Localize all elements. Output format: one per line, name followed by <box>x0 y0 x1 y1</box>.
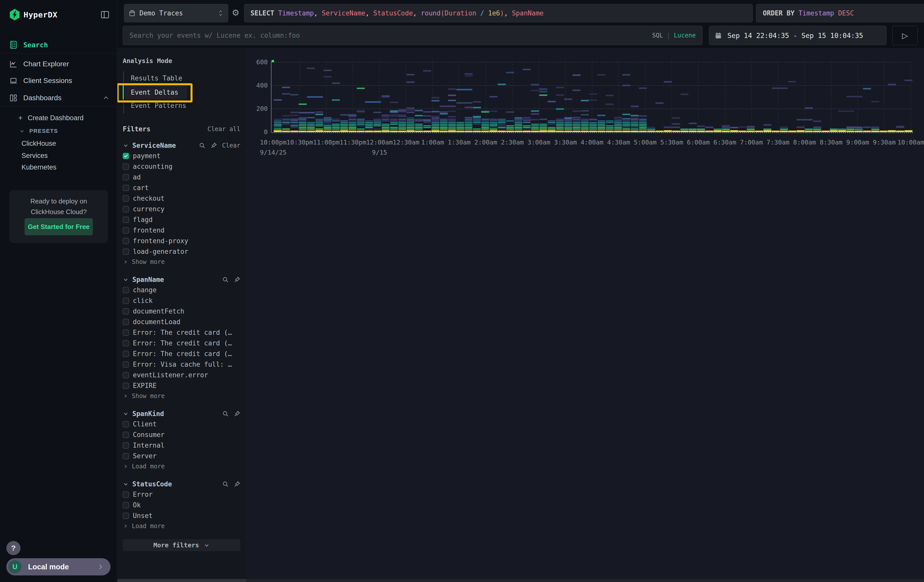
more-filters-button[interactable]: More filters <box>123 539 240 551</box>
filter-option-error-the-credit-card-[interactable]: Error: The credit card (… <box>123 338 240 348</box>
filter-option-frontend[interactable]: frontend <box>123 225 240 236</box>
horizontal-scrollbar[interactable] <box>117 579 924 582</box>
checkbox[interactable] <box>123 287 129 293</box>
filter-option-flagd[interactable]: flagd <box>123 214 240 225</box>
checkbox[interactable] <box>123 340 129 346</box>
filter-option-currency[interactable]: currency <box>123 204 240 214</box>
checkbox[interactable] <box>123 372 129 378</box>
sidebar-item-clickhouse[interactable]: ClickHouse <box>0 137 117 150</box>
checkbox[interactable] <box>123 308 129 315</box>
section-pin-icon[interactable] <box>234 481 240 487</box>
section-pin-icon[interactable] <box>234 411 240 417</box>
chevron-down-icon[interactable] <box>123 481 129 487</box>
show-more-button[interactable]: Show more <box>123 257 240 267</box>
checkbox[interactable] <box>123 442 129 448</box>
filter-option-documentfetch[interactable]: documentFetch <box>123 306 240 317</box>
show-more-button[interactable]: Show more <box>123 391 240 401</box>
sql-toggle[interactable]: SQL <box>652 32 663 39</box>
filter-option-checkout[interactable]: checkout <box>123 193 240 204</box>
checkbox[interactable] <box>123 153 129 159</box>
get-started-button[interactable]: Get Started for Free <box>25 218 93 235</box>
checkbox[interactable] <box>123 351 129 357</box>
section-pin-icon[interactable] <box>234 276 240 283</box>
clear-all-button[interactable]: Clear all <box>208 125 240 133</box>
sidebar-presets-toggle[interactable]: PRESETS <box>0 125 117 137</box>
filter-option-click[interactable]: click <box>123 295 240 306</box>
chevron-down-icon[interactable] <box>123 411 129 417</box>
filter-option-frontend-proxy[interactable]: frontend-proxy <box>123 236 240 246</box>
filter-option-payment[interactable]: payment <box>123 150 240 161</box>
sidebar-item-create-dashboard[interactable]: + Create Dashboard <box>0 112 117 124</box>
local-mode-pill[interactable]: U Local mode <box>6 558 111 575</box>
sidebar-item-search[interactable]: Search <box>0 38 117 51</box>
filter-option-accounting[interactable]: accounting <box>123 161 240 172</box>
filter-option-load-generator[interactable]: load-generator <box>123 246 240 257</box>
checkbox[interactable] <box>123 502 129 508</box>
chevron-down-icon[interactable] <box>123 277 129 283</box>
checkbox[interactable] <box>123 185 129 191</box>
checkbox[interactable] <box>123 330 129 336</box>
order-by-editor[interactable]: ORDER BY Timestamp DESC <box>756 4 924 22</box>
filter-option-expire[interactable]: EXPIRE <box>123 380 240 391</box>
analysis-mode-event-deltas[interactable]: Event Deltas <box>123 86 240 99</box>
filter-option-cart[interactable]: cart <box>123 183 240 193</box>
section-pin-icon[interactable] <box>211 142 217 149</box>
scrollbar-thumb[interactable] <box>117 579 246 582</box>
help-button[interactable]: ? <box>6 541 20 555</box>
section-search-icon[interactable] <box>199 142 205 149</box>
checkbox[interactable] <box>123 432 129 438</box>
source-select[interactable]: Demo Traces <box>124 4 228 22</box>
sidebar-item-chart-explorer[interactable]: Chart Explorer <box>0 58 117 71</box>
filter-option-error[interactable]: Error <box>123 489 240 500</box>
checkbox[interactable] <box>123 298 129 304</box>
section-search-icon[interactable] <box>222 276 229 283</box>
lucene-toggle[interactable]: Lucene <box>674 32 696 39</box>
filter-option-server[interactable]: Server <box>123 451 240 461</box>
checkbox[interactable] <box>123 249 129 255</box>
chevron-down-icon[interactable] <box>123 142 129 148</box>
section-search-icon[interactable] <box>222 481 229 487</box>
sidebar-item-kubernetes[interactable]: Kubernetes <box>0 161 117 173</box>
section-search-icon[interactable] <box>222 411 229 417</box>
load-more-button[interactable]: Load more <box>123 461 240 472</box>
filter-option-error-the-credit-card-[interactable]: Error: The credit card (… <box>123 348 240 359</box>
checkbox[interactable] <box>123 319 129 325</box>
checkbox[interactable] <box>123 453 129 459</box>
time-range-picker[interactable]: Sep 14 22:04:35 - Sep 15 10:04:35 <box>709 26 886 45</box>
gear-icon[interactable]: ⚙ <box>232 8 239 18</box>
checkbox[interactable] <box>123 174 129 180</box>
checkbox[interactable] <box>123 383 129 389</box>
sql-select-editor[interactable]: SELECT Timestamp, ServiceName, StatusCod… <box>244 4 753 22</box>
section-clear-button[interactable]: Clear <box>222 142 240 149</box>
run-query-button[interactable]: ▷ <box>893 26 918 45</box>
sidebar-item-services[interactable]: Services <box>0 150 117 162</box>
filter-option-client[interactable]: Client <box>123 419 240 429</box>
checkbox[interactable] <box>123 238 129 244</box>
filter-option-unset[interactable]: Unset <box>123 510 240 521</box>
filter-option-change[interactable]: change <box>123 285 240 295</box>
load-more-button[interactable]: Load more <box>123 521 240 531</box>
filter-option-documentload[interactable]: documentLoad <box>123 317 240 327</box>
checkbox[interactable] <box>123 361 129 368</box>
filter-option-eventlistener-error[interactable]: eventListener.error <box>123 370 240 380</box>
checkbox[interactable] <box>123 217 129 223</box>
checkbox[interactable] <box>123 206 129 212</box>
analysis-mode-results-table[interactable]: Results Table <box>123 72 240 84</box>
checkbox[interactable] <box>123 163 129 170</box>
duration-heatmap[interactable] <box>271 59 915 135</box>
checkbox[interactable] <box>123 513 129 519</box>
filter-option-internal[interactable]: Internal <box>123 440 240 451</box>
analysis-mode-event-patterns[interactable]: Event Patterns <box>123 99 240 112</box>
filter-option-consumer[interactable]: Consumer <box>123 429 240 440</box>
checkbox[interactable] <box>123 491 129 498</box>
sidebar-item-client-sessions[interactable]: Client Sessions <box>0 74 117 87</box>
search-input[interactable]: Search your events w/ Lucene ex. column:… <box>123 26 703 45</box>
checkbox[interactable] <box>123 195 129 202</box>
checkbox[interactable] <box>123 421 129 427</box>
checkbox[interactable] <box>123 227 129 234</box>
filter-option-ad[interactable]: ad <box>123 172 240 183</box>
filter-option-error-visa-cache-full-[interactable]: Error: Visa cache full: … <box>123 359 240 370</box>
filter-option-ok[interactable]: Ok <box>123 500 240 510</box>
filter-option-error-the-credit-card-[interactable]: Error: The credit card (… <box>123 327 240 338</box>
sidebar-collapse-icon[interactable] <box>100 10 110 20</box>
